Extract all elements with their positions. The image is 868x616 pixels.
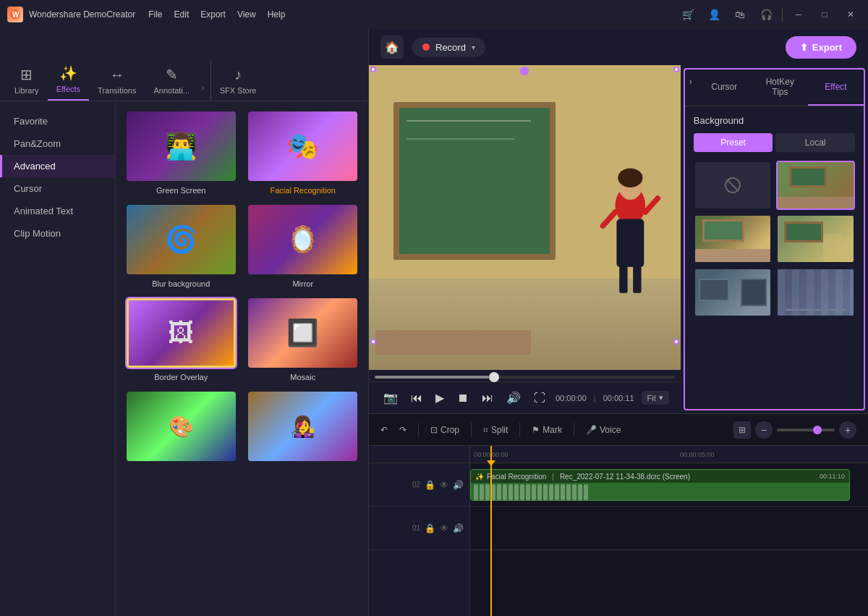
effect-label-mirror: Mirror [292,279,313,288]
tab-effects[interactable]: ✨ Effects [48,59,89,101]
panel-tabs-arrow[interactable]: › [685,69,697,106]
effect-card-partial1[interactable]: 🎨 [124,390,238,463]
playhead[interactable] [490,446,492,616]
export-button[interactable]: ⬆ Export [786,36,856,59]
tab-transitions[interactable]: ↔ Transitions [89,61,145,101]
ruler-5: 00:00:05:00 [680,451,715,458]
fit-arrow-icon: ▾ [659,393,663,402]
sidebar-item-favorite[interactable]: Favorite [0,110,115,132]
fullscreen-button[interactable]: ⛶ [531,389,548,408]
clip-header: ✨ Facial Recognition | Rec_2022-07-12 11… [471,470,849,483]
handle-top-left[interactable] [370,67,376,72]
snapshot-button[interactable]: 📷 [380,388,401,408]
zoom-thumb[interactable] [813,426,822,434]
sidebar-item-clip-motion[interactable]: Clip Motion [0,222,115,245]
handle-bottom-right[interactable] [673,339,679,345]
track-content: 00:00:00:00 00:00:05:00 00:00:10:00 00:0… [470,446,868,616]
effect-card-facial-recognition[interactable]: 🎭 Facial Recognition [247,110,360,195]
headset-icon[interactable]: 🎧 [756,4,776,25]
menu-export[interactable]: Export [200,9,226,20]
crop-tool[interactable]: ⊡ Crop [430,425,459,435]
voice-icon: 🎤 [586,425,597,435]
zoom-in-button[interactable]: + [839,421,856,439]
sfx-icon: ♪ [234,67,242,83]
bg-thumb-office2[interactable] [776,268,855,317]
panel-content: Background Preset Local [685,106,864,409]
effect-card-mirror[interactable]: 🪞 Mirror [247,203,360,288]
close-button[interactable]: ✕ [841,4,861,25]
scrubber-thumb[interactable] [489,372,499,382]
menu-bar: File Edit Export View Help [148,9,285,20]
bg-thumb-office1[interactable] [694,268,773,317]
bg-thumb-classroom1[interactable] [776,161,855,210]
handle-top-center[interactable] [520,67,529,75]
split-tool[interactable]: ⌗ Split [483,425,508,435]
play-button[interactable]: ▶ [433,388,447,408]
panel-tab-hotkey[interactable]: HotKey Tips [752,69,808,106]
sidebar-item-cursor[interactable]: Cursor [0,177,115,200]
effect-label-green-screen: Green Screen [156,186,205,195]
undo-button[interactable]: ↶ [380,425,388,435]
lock-icon-01[interactable]: 🔒 [425,523,435,533]
scrubber-track[interactable] [375,376,675,379]
timeline-ruler: 00:00:00:00 00:00:05:00 00:00:10:00 00:0… [470,446,868,463]
mark-tool[interactable]: ⚑ Mark [532,425,562,435]
sidebar-item-animated-text[interactable]: Animated Text [0,200,115,222]
tabs-more-arrow[interactable]: › [198,82,208,93]
bg-thumb-classroom3[interactable] [776,214,855,263]
tab-annotations[interactable]: ✎ Annotati... [145,60,198,101]
tab-library[interactable]: ⊞ Library [6,60,48,101]
cart-icon[interactable]: 🛒 [678,4,698,25]
visibility-icon-01[interactable]: 👁 [440,523,448,533]
menu-file[interactable]: File [148,9,162,20]
home-button[interactable]: 🏠 [380,35,404,59]
bag-icon[interactable]: 🛍 [730,4,750,25]
lock-icon-02[interactable]: 🔒 [425,480,435,490]
panel-tab-cursor[interactable]: Cursor [697,69,752,106]
mute-icon-02[interactable]: 🔊 [453,480,464,490]
svg-rect-3 [617,219,644,267]
mute-icon-01[interactable]: 🔊 [453,523,464,533]
background-title: Background [694,115,855,126]
effect-card-blur-bg[interactable]: 🌀 Blur background [124,203,238,288]
main-content: 🏠 Record ▾ ⬆ Export [369,29,868,616]
effect-card-border-overlay[interactable]: 🖼 Border Overlay [124,297,238,381]
effect-card-green-screen[interactable]: 👨‍💻 Green Screen [124,110,238,195]
fit-timeline-button[interactable]: ⊞ [733,421,751,439]
sidebar-item-panzoom[interactable]: Pan&Zoom [0,132,115,155]
zoom-slider[interactable] [777,429,835,431]
undo-icon: ↶ [380,425,388,435]
effects-grid: 👨‍💻 Green Screen 🎭 Facial Recognition [116,101,368,616]
bg-thumb-classroom2[interactable] [694,214,773,263]
app-body: ⊞ Library ✨ Effects ↔ Transitions ✎ Anno… [0,29,868,616]
minimize-button[interactable]: ─ [788,4,809,25]
menu-edit[interactable]: Edit [174,9,190,20]
menu-view[interactable]: View [237,9,256,20]
tab-sfx[interactable]: ♪ SFX Store [210,61,265,101]
zoom-out-button[interactable]: − [755,421,773,439]
preset-button[interactable]: Preset [694,133,773,152]
handle-top-right[interactable] [673,67,679,72]
local-button[interactable]: Local [775,133,855,152]
split-icon: ⌗ [483,425,488,435]
redo-button[interactable]: ↷ [399,425,407,435]
maximize-button[interactable]: □ [814,4,835,25]
effect-card-partial2[interactable]: 👩‍🎤 [247,390,360,463]
effect-card-mosaic[interactable]: 🔲 Mosaic [247,297,360,381]
sidebar-item-advanced[interactable]: Advanced [0,155,115,177]
fast-forward-button[interactable]: ⏭ [479,389,496,408]
handle-bottom-left[interactable] [370,339,376,345]
voice-tool[interactable]: 🎤 Voice [586,425,621,435]
panel-tab-effect[interactable]: Effect [808,69,864,106]
record-button[interactable]: Record ▾ [412,38,485,57]
timeline-clip[interactable]: ✨ Facial Recognition | Rec_2022-07-12 11… [470,469,850,501]
fit-button[interactable]: Fit ▾ [642,391,669,405]
bg-thumb-none[interactable] [694,161,773,210]
user-icon[interactable]: 👤 [704,4,724,25]
volume-button[interactable]: 🔊 [503,388,524,408]
menu-help[interactable]: Help [268,9,286,20]
visibility-icon-02[interactable]: 👁 [440,480,448,490]
rewind-button[interactable]: ⏮ [408,389,425,408]
person-figure [596,96,665,370]
stop-button[interactable]: ⏹ [454,389,472,408]
